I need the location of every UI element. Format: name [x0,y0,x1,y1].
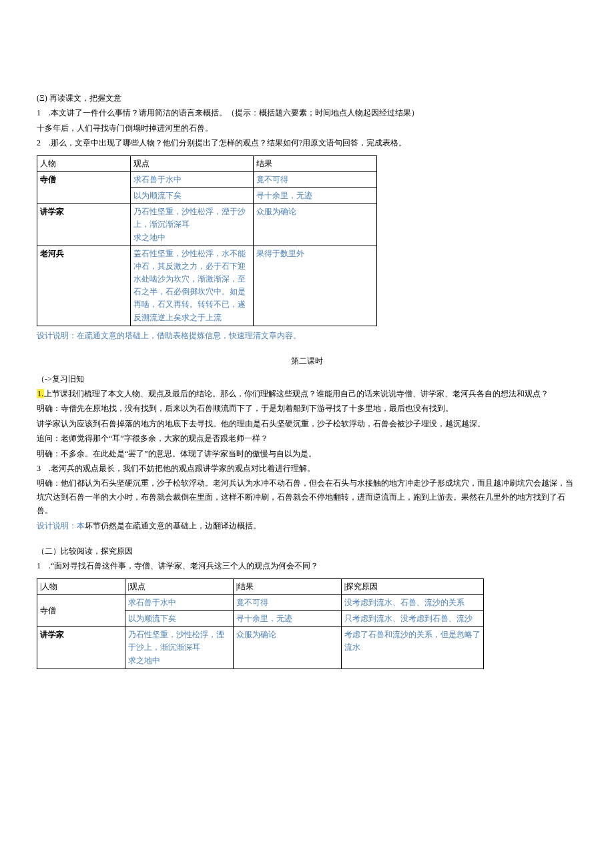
cell-result: 果得于数里外 [254,246,377,326]
cell-result: 众服为确论 [254,204,377,246]
table-row: 老河兵 盖石性坚重，沙性松浮，水不能冲石，其反激之力，必于石下迎水处啮沙为坎穴，… [37,246,377,326]
th-view: |观点 [125,578,233,594]
th-result: |结果 [233,578,341,594]
cell-view: 乃石性坚重，沙性松浮，湮于沙上，渐沉渐深耳 求之地中 [130,204,254,246]
sub-review: （->复习旧知 [37,372,577,386]
cell-reason: 没考虑到流水、石兽、流沙的关系 [341,594,483,610]
p5: 明确：不多余。在此处是“罢了”的意思。体现了讲学家当时的傲慢与自以为是。 [37,447,577,460]
cell-role: 讲学家 [37,627,125,669]
design-note-2: 设计说明：本坏节仍然是在疏通文意的基础上，边翻译边概括。 [37,519,577,532]
th-role: |人物 [37,578,125,594]
table-characters-views: 人物 观点 结果 寺僧 求石兽于水中 竟不可得 以为顺流下矣 寻十余里，无迹 讲… [37,155,377,326]
cell-result: 众服为确论 [233,627,341,669]
q2: 2 .那么，文章中出现了哪些人物？他们分别提出了怎样的观点？结果如何?用原文语句… [37,136,577,149]
table-row: 讲学家 乃石性坚重，沙性松浮，湮于沙上，渐沉渐深耳 求之地中 众服为确论 [37,204,377,246]
cell-reason: 只考虑到流水、没考虑到石兽、流沙 [341,611,483,627]
cell-view: 以为顺流下矣 [125,611,233,627]
th-role: 人物 [37,155,131,171]
note2b: 坏节仍然是在疏通文意的基础上，边翻译边概括。 [85,521,261,530]
cell-reason: 考虑了石兽和流沙的关系，但是忽略了流水 [341,627,483,669]
th-view: 观点 [130,155,254,171]
table-compare-reasons: |人物 |观点 |结果 |探究原因 寺僧 求石兽于水中 竟不可得 没考虑到流水、… [37,578,484,669]
design-note-1: 设计说明：在疏通文意的塔础上，借助表格提炼信息，快速理清文章内容。 [37,329,577,342]
table-row: |人物 |观点 |结果 |探究原因 [37,578,484,594]
cell-role: 老河兵 [37,246,131,326]
highlight-1: 1. [37,389,44,398]
section-2-title: （二）比较阅读，探究原因 [37,544,577,558]
table-row: 人物 观点 结果 [37,155,377,171]
p2: 明确：寺僧先在原地找，没有找到，后来以为石兽顺流而下了，于是划着船到下游寻找了十… [37,402,577,415]
cell-view: 乃石性坚重，沙性松浮，湮于沙上，渐沉渐深耳 求之地中 [125,627,233,669]
cell-result: 竟不可得 [233,594,341,610]
lesson-2-title: 第二课时 [37,354,577,368]
table-row: 讲学家 乃石性坚重，沙性松浮，湮于沙上，渐沉渐深耳 求之地中 众服为确论 考虑了… [37,627,484,669]
sec2-q1: 1 .“面对寻找石兽这件事，寺僧、讲学家、老河兵这三个人的观点为何会不同？ [37,559,577,572]
table-row: 寺僧 求石兽于水中 竟不可得 [37,171,377,187]
p1-text: 上节课我们梳理了本文人物、观点及最后的结论。那么，你们理解这些观点？谁能用自己的… [44,389,549,398]
section-3-title: (Ξ) 再读课文，把握文意 [37,91,577,105]
th-reason: |探究原因 [341,578,483,594]
cell-view: 盖石性坚重，沙性松浮，水不能冲石，其反激之力，必于石下迎水处啮沙为坎穴，渐激渐深… [130,246,254,326]
p3: 讲学家认为应该到石兽掉落的地方的地底下去寻找。他的理由是石头坚硬沉重，沙子松软浮… [37,417,577,430]
cell-result: 寻十余里，无迹 [233,611,341,627]
cell-view: 求石兽于水中 [125,594,233,610]
cell-role: 讲学家 [37,204,131,246]
p4: 追问：老师觉得那个“耳”字很多余，大家的观点是否跟老师一样？ [37,432,577,445]
q1: 1 .本文讲了一件什么事情？请用简洁的语言来概括。（提示：概括题六要素；时间地点… [37,106,577,119]
cell-view: 求石兽于水中 [130,171,254,187]
cell-result: 竟不可得 [254,171,377,187]
cell-role: 寺僧 [37,594,125,626]
p1: 1.上节课我们梳理了本文人物、观点及最后的结论。那么，你们理解这些观点？谁能用自… [37,387,577,400]
table-row: 寺僧 求石兽于水中 竟不可得 没考虑到流水、石兽、流沙的关系 [37,594,484,610]
p6: 3 .老河兵的观点最长，我们不妨把他的观点跟讲学家的观点对比着进行理解。 [37,462,577,475]
th-result: 结果 [254,155,377,171]
cell-result: 寻十余里，无迹 [254,187,377,203]
cell-view: 以为顺流下矣 [130,187,254,203]
cell-role: 寺僧 [37,171,131,203]
note2a: 设计说明：本 [37,521,85,530]
a1: 十多年后，人们寻找寺门倒塌时掉进河里的石兽。 [37,121,577,135]
p7: 明确：他们都认为石头坚硬沉重，沙子松软浮动。老河兵认为水冲不动石兽，但会在石头与… [37,476,577,517]
